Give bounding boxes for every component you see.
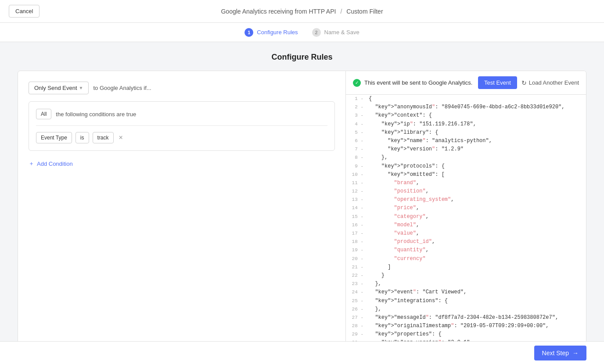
line-number: 30 - — [349, 339, 363, 341]
code-line: 26 - }, — [346, 305, 586, 314]
line-number: 3 - — [349, 111, 363, 120]
condition-value[interactable]: track — [93, 132, 114, 143]
line-content: "key">"event": "Cart Viewed", — [369, 288, 467, 296]
next-step-label: Next Step — [542, 350, 569, 357]
event-status: ✓ This event will be sent to Google Anal… — [353, 79, 472, 87]
step-configure-rules[interactable]: 1 Configure Rules — [244, 28, 298, 37]
condition-type[interactable]: Event Type — [36, 132, 72, 143]
add-condition-label: Add Condition — [37, 161, 73, 167]
next-step-button[interactable]: Next Step → — [534, 346, 586, 360]
line-content: ] — [369, 263, 391, 271]
footer-bar: Next Step → — [0, 341, 604, 364]
two-panel: Only Send Event ▼ to Google Analytics if… — [18, 71, 586, 341]
line-content: }, — [369, 280, 381, 288]
line-content: "value", — [369, 229, 419, 238]
line-content: "quantity", — [369, 246, 429, 254]
line-content: { — [369, 95, 372, 103]
dropdown-icon: ▼ — [79, 86, 83, 90]
code-line: 13 - "operating_system", — [346, 196, 586, 204]
line-number: 4 - — [349, 120, 363, 128]
header-filter-title: Custom Filter — [346, 8, 383, 15]
header: Cancel Google Analytics receiving from H… — [0, 0, 604, 23]
code-line: 5 - "key">"library": { — [346, 128, 586, 137]
code-line: 11 - "brand", — [346, 179, 586, 187]
line-number: 6 - — [349, 137, 363, 145]
code-line: 16 - "model", — [346, 221, 586, 229]
code-line: 23 - }, — [346, 280, 586, 288]
step-1-num: 1 — [244, 28, 253, 37]
arrow-right-icon: → — [572, 350, 579, 357]
line-content: "price", — [369, 204, 419, 212]
cancel-button[interactable]: Cancel — [9, 5, 40, 18]
load-another-event-button[interactable]: ↻ Load Another Event — [521, 79, 579, 86]
line-content: "model", — [369, 221, 419, 229]
all-badge[interactable]: All — [36, 109, 51, 119]
step-1-label: Configure Rules — [257, 29, 298, 36]
line-number: 24 - — [349, 288, 363, 296]
line-content: "key">"anonymousId": "894e0745-669e-4bbd… — [369, 103, 565, 111]
code-line: 24 - "key">"event": "Cart Viewed", — [346, 288, 586, 296]
step-2-num: 2 — [312, 28, 321, 37]
line-content: "key">"name": "analytics-python", — [369, 137, 492, 145]
condition-operator[interactable]: is — [76, 132, 89, 143]
code-line: 15 - "category", — [346, 213, 586, 221]
load-another-label: Load Another Event — [529, 79, 579, 86]
test-event-button[interactable]: Test Event — [478, 76, 517, 89]
only-send-button[interactable]: Only Send Event ▼ — [29, 82, 89, 94]
code-line: 20 - "currency" — [346, 255, 586, 263]
conditions-label: the following conditions are true — [56, 111, 136, 118]
left-panel: Only Send Event ▼ to Google Analytics if… — [18, 71, 346, 341]
line-number: 7 - — [349, 145, 363, 153]
code-line: 19 - "quantity", — [346, 246, 586, 254]
rule-header: Only Send Event ▼ to Google Analytics if… — [29, 82, 335, 94]
line-number: 16 - — [349, 221, 363, 229]
line-number: 19 - — [349, 246, 363, 254]
line-content: "key">"context": { — [369, 111, 432, 120]
line-number: 28 - — [349, 322, 363, 330]
remove-condition-button[interactable]: × — [117, 134, 125, 142]
line-content: "key">"version": "1.2.9" — [369, 145, 464, 153]
line-number: 1 - — [349, 95, 363, 103]
rule-destination-text: to Google Analytics if... — [93, 85, 151, 91]
line-content: "currency" — [369, 255, 426, 263]
line-number: 22 - — [349, 271, 363, 280]
line-number: 10 - — [349, 171, 363, 179]
line-content: "key">"originalTimestamp": "2019-05-07T0… — [369, 322, 549, 330]
only-send-label: Only Send Event — [34, 85, 77, 91]
line-number: 9 - — [349, 162, 363, 171]
line-number: 11 - — [349, 179, 363, 187]
step-name-save[interactable]: 2 Name & Save — [312, 28, 360, 37]
code-line: 22 - } — [346, 271, 586, 280]
line-number: 21 - — [349, 263, 363, 271]
refresh-icon: ↻ — [521, 79, 527, 86]
all-conditions-row: All the following conditions are true — [36, 109, 327, 126]
page-title: Configure Rules — [18, 53, 586, 62]
code-line: 25 - "key">"integrations": { — [346, 297, 586, 305]
event-status-text: This event will be sent to Google Analyt… — [364, 79, 472, 86]
code-viewer[interactable]: 1 -{2 - "key">"anonymousId": "894e0745-6… — [346, 95, 586, 341]
right-panel: ✓ This event will be sent to Google Anal… — [346, 71, 586, 341]
right-top-bar: ✓ This event will be sent to Google Anal… — [346, 71, 586, 95]
status-icon: ✓ — [353, 79, 361, 87]
code-line: 14 - "price", — [346, 204, 586, 212]
step-2-label: Name & Save — [324, 29, 360, 36]
line-number: 8 - — [349, 153, 363, 162]
line-number: 5 - — [349, 128, 363, 137]
code-line: 28 - "key">"originalTimestamp": "2019-05… — [346, 322, 586, 330]
header-divider: / — [340, 8, 342, 15]
code-line: 27 - "key">"messageId": "df8f7a7d-2304-4… — [346, 314, 586, 322]
line-number: 12 - — [349, 187, 363, 196]
line-content: "key">"omitted": [ — [369, 171, 445, 179]
header-source-title: Google Analytics receiving from HTTP API — [221, 8, 336, 15]
line-number: 20 - — [349, 255, 363, 263]
line-content: "key">"protocols": { — [369, 162, 445, 171]
code-line: 17 - "value", — [346, 229, 586, 238]
line-content: "key">"properties": { — [369, 330, 442, 339]
code-line: 3 - "key">"context": { — [346, 111, 586, 120]
main-content: Configure Rules Only Send Event ▼ to Goo… — [0, 42, 604, 341]
add-condition-button[interactable]: ＋ Add Condition — [29, 158, 335, 169]
code-line: 12 - "position", — [346, 187, 586, 196]
line-content: "operating_system", — [369, 196, 454, 204]
line-content: "key">"app_version": "3.0.1" — [369, 339, 470, 341]
line-number: 23 - — [349, 280, 363, 288]
